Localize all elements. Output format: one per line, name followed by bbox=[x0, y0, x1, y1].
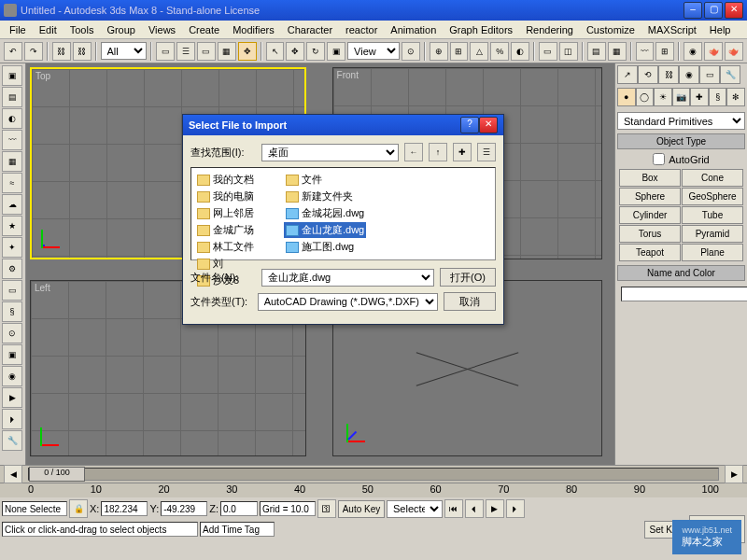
menu-animation[interactable]: Animation bbox=[385, 22, 442, 37]
autokey-button[interactable]: Auto Key bbox=[338, 500, 385, 518]
viewmenu-icon[interactable]: ☰ bbox=[477, 143, 496, 161]
water-icon[interactable]: ≈ bbox=[2, 173, 22, 193]
manip-button[interactable]: ⊕ bbox=[430, 42, 448, 61]
menu-create[interactable]: Create bbox=[183, 22, 225, 37]
schematic-button[interactable]: ⊞ bbox=[655, 42, 674, 61]
file-item[interactable]: 网上邻居 bbox=[195, 205, 256, 221]
file-item[interactable]: 我的电脑 bbox=[195, 189, 256, 204]
select-button[interactable]: ▭ bbox=[156, 42, 175, 61]
motion-tab-icon[interactable]: ◉ bbox=[679, 65, 699, 84]
modify-tab-icon[interactable]: ⟲ bbox=[638, 65, 658, 84]
dm-icon[interactable]: ▦ bbox=[2, 151, 22, 172]
tube-button[interactable]: Tube bbox=[682, 206, 743, 224]
maximize-button[interactable]: ▢ bbox=[704, 2, 723, 19]
cylinder-button[interactable]: Cylinder bbox=[619, 206, 681, 224]
newfolder-icon[interactable]: ✚ bbox=[453, 143, 472, 161]
systems-icon[interactable]: ✻ bbox=[726, 88, 745, 106]
frac-icon[interactable]: ✦ bbox=[2, 237, 22, 258]
time-next-button[interactable]: ▶ bbox=[725, 465, 743, 483]
file-item[interactable]: 刘 bbox=[195, 256, 256, 272]
shapes-icon[interactable]: ◯ bbox=[636, 88, 655, 106]
named-sel-button[interactable]: ▭ bbox=[539, 42, 557, 61]
time-slider-handle[interactable]: 0 / 100 bbox=[29, 467, 85, 482]
cone-button[interactable]: Cone bbox=[682, 169, 743, 187]
x-coord[interactable]: 182.234 bbox=[101, 501, 148, 516]
geometry-icon[interactable]: ● bbox=[617, 88, 636, 106]
lights-icon[interactable]: ☀ bbox=[654, 88, 672, 106]
menu-character[interactable]: Character bbox=[282, 22, 338, 37]
file-list[interactable]: 我的文档我的电脑网上邻居金城广场林工文件刘沙发8 文件新建文件夹金城花园.dwg… bbox=[190, 167, 496, 260]
torus-button[interactable]: Torus bbox=[619, 225, 681, 243]
create-tab-icon[interactable]: ↗ bbox=[617, 65, 638, 84]
quick-render-button[interactable]: 🫖 bbox=[725, 42, 743, 61]
prev-frame-icon[interactable]: ⏴ bbox=[465, 499, 484, 518]
filename-input[interactable]: 金山龙庭.dwg bbox=[261, 269, 434, 287]
asnap-button[interactable]: △ bbox=[470, 42, 488, 61]
hierarchy-tab-icon[interactable]: ⛓ bbox=[658, 65, 679, 84]
dialog-help-button[interactable]: ? bbox=[460, 117, 479, 133]
prop-icon[interactable]: ▣ bbox=[2, 344, 22, 365]
minimize-button[interactable]: – bbox=[684, 2, 702, 19]
select-region-button[interactable]: ▭ bbox=[197, 42, 216, 61]
y-coord[interactable]: -49.239 bbox=[161, 501, 207, 516]
back-icon[interactable]: ← bbox=[404, 143, 423, 161]
box-button[interactable]: Box bbox=[619, 169, 681, 187]
pivot-button[interactable]: ⊙ bbox=[402, 42, 420, 61]
key-icon[interactable]: ⚿ bbox=[317, 499, 336, 518]
rb-icon[interactable]: ▣ bbox=[2, 65, 22, 86]
teapot-button[interactable]: Teapot bbox=[619, 244, 681, 261]
unlink-button[interactable]: ⛓ bbox=[73, 42, 92, 61]
menu-views[interactable]: Views bbox=[143, 22, 181, 37]
file-item[interactable]: 金城花园.dwg bbox=[284, 205, 366, 221]
anim-icon[interactable]: ⏵ bbox=[2, 409, 22, 429]
spinner-button[interactable]: ◐ bbox=[511, 42, 529, 61]
motor-icon[interactable]: ⚙ bbox=[2, 259, 22, 279]
window-crossing-button[interactable]: ▦ bbox=[218, 42, 236, 61]
lock-icon[interactable]: 🔒 bbox=[69, 499, 88, 518]
select-move-button[interactable]: ✥ bbox=[238, 42, 257, 61]
category-dropdown[interactable]: Standard Primitives bbox=[617, 112, 745, 130]
toy-icon[interactable]: ★ bbox=[2, 216, 22, 236]
refcoord-dropdown[interactable]: View bbox=[347, 42, 400, 60]
mirror-button[interactable]: ◫ bbox=[559, 42, 578, 61]
scale-button[interactable]: ▣ bbox=[327, 42, 345, 61]
move-button[interactable]: ✥ bbox=[286, 42, 304, 61]
spring-icon[interactable]: § bbox=[2, 301, 22, 322]
rope-icon[interactable]: 〰 bbox=[2, 130, 22, 150]
menu-modifiers[interactable]: Modifiers bbox=[227, 22, 280, 37]
wind-icon[interactable]: ☁ bbox=[2, 194, 22, 215]
menu-tools[interactable]: Tools bbox=[64, 22, 100, 37]
curve-ed-button[interactable]: 〰 bbox=[636, 42, 655, 61]
render-scene-button[interactable]: 🫖 bbox=[704, 42, 723, 61]
close-button[interactable]: ✕ bbox=[725, 2, 743, 19]
cancel-button[interactable]: 取消 bbox=[444, 292, 496, 311]
time-slider-track[interactable]: 0 / 100 bbox=[28, 468, 719, 481]
redo-button[interactable]: ↷ bbox=[24, 42, 43, 61]
sphere-button[interactable]: Sphere bbox=[619, 188, 681, 205]
file-item[interactable]: 新建文件夹 bbox=[284, 189, 366, 204]
plane-button[interactable]: Plane bbox=[682, 244, 743, 261]
next-frame-icon[interactable]: ⏵ bbox=[506, 499, 525, 518]
util-icon[interactable]: 🔧 bbox=[2, 430, 22, 451]
menu-file[interactable]: File bbox=[4, 22, 32, 37]
timetag[interactable]: Add Time Tag bbox=[200, 522, 275, 537]
file-item[interactable]: 文件 bbox=[284, 172, 366, 188]
material-button[interactable]: ◉ bbox=[684, 42, 702, 61]
autogrid-checkbox[interactable] bbox=[653, 153, 665, 165]
snap-button[interactable]: ⊞ bbox=[450, 42, 469, 61]
menu-edit[interactable]: Edit bbox=[34, 22, 63, 37]
file-item[interactable]: 林工文件 bbox=[195, 239, 256, 255]
rotate-button[interactable]: ↻ bbox=[306, 42, 325, 61]
play-icon[interactable]: ▶ bbox=[486, 499, 504, 518]
cursor-button[interactable]: ↖ bbox=[266, 42, 285, 61]
helpers-icon[interactable]: ✚ bbox=[690, 88, 709, 106]
geosphere-button[interactable]: GeoSphere bbox=[682, 188, 743, 205]
display-tab-icon[interactable]: ▭ bbox=[699, 65, 720, 84]
keymode-dropdown[interactable]: Selected bbox=[387, 500, 443, 518]
file-item[interactable]: 施工图.dwg bbox=[284, 239, 366, 255]
undo-button[interactable]: ↶ bbox=[4, 42, 22, 61]
plane-icon[interactable]: ▭ bbox=[2, 280, 22, 301]
dialog-close-button[interactable]: ✕ bbox=[479, 117, 498, 133]
file-item[interactable]: 金城广场 bbox=[195, 222, 256, 238]
dash-icon[interactable]: ⊙ bbox=[2, 323, 22, 343]
